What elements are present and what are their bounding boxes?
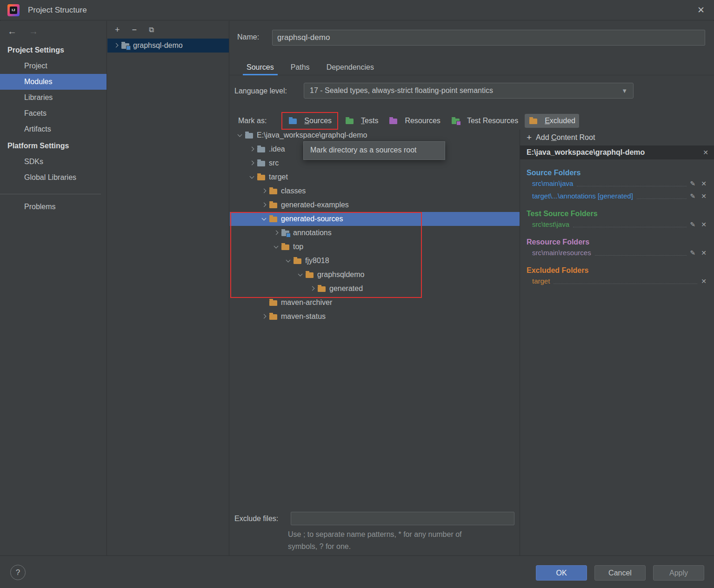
chevron-right-icon[interactable] (272, 229, 280, 237)
mark-excluded-button[interactable]: Excluded (525, 114, 579, 128)
remove-icon[interactable]: ✕ (701, 277, 707, 285)
exclude-files-input[interactable] (291, 512, 514, 525)
nav-arrows: ← → (0, 21, 107, 41)
apply-button[interactable]: Apply (653, 565, 704, 581)
chevron-right-icon[interactable] (260, 312, 268, 321)
module-editor: Name: Sources Paths Dependencies Languag… (230, 21, 714, 555)
language-level-dropdown[interactable]: 17 - Sealed types, always-strict floatin… (304, 83, 634, 99)
remove-icon[interactable]: ✕ (701, 192, 707, 200)
content-roots-panel: + Add Content Root E:\java_workspace\gra… (520, 130, 714, 555)
sidebar-item-facets[interactable]: Facets (0, 106, 107, 121)
sidebar-item-global-libraries[interactable]: Global Libraries (0, 170, 107, 185)
module-list-item[interactable]: graphsql-demo (107, 39, 229, 53)
dotted-leader (573, 227, 687, 227)
chevron-down-icon[interactable] (284, 257, 293, 265)
folder-icon (257, 147, 265, 152)
sidebar-item-sdks[interactable]: SDKs (0, 154, 107, 170)
test-source-folders-header: Test Source Folders (527, 210, 708, 218)
excluded-folder-icon (294, 258, 301, 264)
exclude-files-label: Exclude files: (234, 515, 278, 523)
sidebar-item-libraries[interactable]: Libraries (0, 90, 107, 106)
tree-item-maven-status[interactable]: maven-status (230, 310, 520, 324)
excluded-folders-header: Excluded Folders (527, 266, 708, 275)
edit-icon[interactable]: ✎ (690, 249, 696, 257)
mark-as-label: Mark as: (238, 117, 267, 125)
tree-item-generated-sources[interactable]: generated-sources (230, 212, 520, 226)
source-folder-row[interactable]: target\...\annotations [generated] ✎ ✕ (527, 190, 708, 202)
excluded-folder-icon (269, 300, 277, 306)
sidebar-item-problems[interactable]: Problems (0, 199, 107, 215)
edit-icon[interactable]: ✎ (690, 192, 696, 200)
chevron-down-icon[interactable] (272, 243, 280, 251)
back-arrow-icon[interactable]: ← (7, 26, 17, 37)
mark-test-resources-button[interactable]: Test Resources (447, 114, 522, 128)
copy-module-icon[interactable]: ⧉ (149, 26, 154, 34)
tab-paths[interactable]: Paths (282, 60, 318, 75)
dialog-footer: ? OK Cancel Apply (0, 555, 714, 588)
content-root-header[interactable]: E:\java_workspace\graphql-demo ✕ (520, 145, 714, 159)
tab-sources[interactable]: Sources (238, 60, 282, 75)
tree-item-annotations[interactable]: annotations (230, 226, 520, 240)
remove-module-icon[interactable]: − (132, 25, 137, 35)
remove-icon[interactable]: ✕ (701, 180, 707, 187)
sidebar-divider (0, 194, 101, 194)
tree-item-maven-archiver[interactable]: maven-archiver (230, 296, 520, 310)
dotted-leader (637, 198, 687, 199)
mark-sources-button[interactable]: Sources (284, 114, 335, 128)
tree-item-content-root[interactable]: E:\java_workspace\graphql-demo (230, 128, 520, 142)
excluded-folder-icon (269, 314, 277, 320)
platform-settings-header: Platform Settings (0, 137, 107, 154)
chevron-down-icon[interactable] (236, 131, 244, 139)
chevron-down-icon[interactable] (296, 271, 305, 279)
chevron-right-icon[interactable] (260, 201, 268, 209)
chevron-right-icon[interactable] (248, 145, 256, 153)
close-icon[interactable]: ✕ (697, 5, 705, 15)
sidebar-item-modules[interactable]: Modules (0, 74, 107, 90)
resource-folder-row[interactable]: src\main\resources ✎ ✕ (527, 246, 708, 259)
source-folder-row[interactable]: src\main\java ✎ ✕ (527, 177, 708, 190)
excluded-folder-icon (269, 203, 277, 208)
chevron-right-icon[interactable] (260, 187, 268, 195)
add-content-root-button[interactable]: + Add Content Root (520, 130, 714, 145)
tab-dependencies[interactable]: Dependencies (318, 60, 382, 75)
tree-item-fjy8018[interactable]: fjy8018 (230, 254, 520, 268)
tree-item-top[interactable]: top (230, 240, 520, 254)
sidebar-item-artifacts[interactable]: Artifacts (0, 121, 107, 137)
chevron-right-icon[interactable] (112, 41, 120, 50)
help-button[interactable]: ? (10, 565, 26, 580)
remove-content-root-icon[interactable]: ✕ (703, 149, 708, 156)
test-source-folder-row[interactable]: src\test\java ✎ ✕ (527, 218, 708, 231)
tree-item-classes[interactable]: classes (230, 184, 520, 198)
chevron-placeholder (260, 298, 268, 307)
folder-icon (245, 133, 253, 139)
ok-button[interactable]: OK (536, 565, 587, 581)
modules-toolbar: + − ⧉ (107, 21, 229, 39)
chevron-down-icon[interactable] (248, 173, 256, 181)
tree-item-target[interactable]: target (230, 170, 520, 184)
tooltip: Mark directory as a sources root (303, 141, 445, 160)
edit-icon[interactable]: ✎ (690, 221, 696, 228)
remove-icon[interactable]: ✕ (701, 249, 707, 257)
chevron-right-icon[interactable] (248, 159, 256, 167)
chevron-right-icon[interactable] (308, 284, 317, 293)
excluded-folder-icon (269, 217, 277, 222)
edit-icon[interactable]: ✎ (690, 180, 696, 187)
sidebar-item-project[interactable]: Project (0, 58, 107, 74)
mark-tests-button[interactable]: Tests (341, 114, 382, 128)
tree-item-generated-examples[interactable]: generated-examples (230, 198, 520, 212)
excluded-folder-icon (318, 286, 326, 292)
dotted-leader (577, 186, 686, 186)
remove-icon[interactable]: ✕ (701, 221, 707, 228)
tree-item-graphsqldemo[interactable]: graphsqldemo (230, 268, 520, 282)
footer-buttons: OK Cancel Apply (536, 565, 704, 581)
tree-item-generated[interactable]: generated (230, 282, 520, 296)
forward-arrow-icon[interactable]: → (29, 26, 38, 37)
chevron-down-icon[interactable] (260, 215, 268, 223)
excluded-folder-row[interactable]: target ✕ (527, 275, 708, 287)
excluded-folder-icon (281, 244, 289, 250)
module-name-input[interactable] (272, 30, 705, 46)
cancel-button[interactable]: Cancel (594, 565, 646, 581)
mark-resources-button[interactable]: Resources (385, 114, 444, 128)
source-folders-header: Source Folders (527, 169, 708, 177)
add-module-icon[interactable]: + (115, 25, 120, 35)
